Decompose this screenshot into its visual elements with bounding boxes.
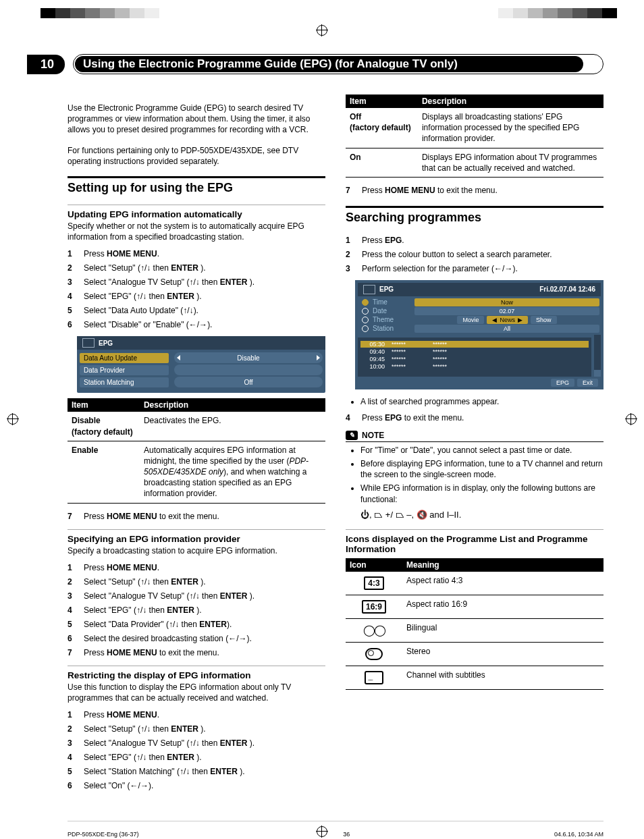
step-list-1: 1Press HOME MENU.2Select "Setup" (↑/↓ th… — [68, 248, 325, 331]
step-7b: 7Press HOME MENU to exit the menu. — [346, 184, 603, 196]
left-column: Use the Electronic Programme Guide (EPG)… — [68, 94, 325, 797]
table-header-desc: Description — [140, 398, 325, 412]
16:9-icon: 16:9 — [350, 599, 398, 615]
footer-right: 04.6.16, 10:34 AM — [554, 831, 603, 838]
step-item: 1Press HOME MENU. — [68, 709, 325, 721]
step-item: 4Select "EPG" (↑/↓ then ENTER ). — [68, 751, 325, 763]
right-column: Item Description Off (factory default)Di… — [346, 94, 603, 797]
scrollbar — [594, 335, 601, 377]
manual-page: 10 Using the Electronic Programme Guide … — [0, 0, 644, 839]
step-item: 4Select "EPG" (↑/↓ then ENTER ). — [68, 290, 325, 302]
tv-icon — [82, 338, 95, 348]
step-item: 4Select "EPG" (↑/↓ then ENTER ). — [68, 604, 325, 616]
step-item: 6Select "On" (←/→). — [68, 780, 325, 792]
step-item: 5Select "Data Auto Update" (↑/↓). — [68, 304, 325, 317]
page-footer: PDP-505XDE-Eng (36-37) 36 04.6.16, 10:34… — [68, 821, 603, 838]
subsection-desc: Specify whether or not the system is to … — [68, 221, 325, 242]
step-4b: 4Press EPG to exit the menu. — [346, 412, 603, 424]
subsection-heading: Specifying an EPG information provider — [68, 529, 325, 544]
step-item: 1Press HOME MENU. — [68, 248, 325, 260]
enable-disable-table: Item Description Disable (factory defaul… — [68, 398, 325, 503]
step-item: 6Select the desired broadcasting station… — [68, 632, 325, 645]
chapter-title: Using the Electronic Programme Guide (EP… — [75, 56, 583, 72]
footer-left: PDP-505XDE-Eng (36-37) — [68, 831, 139, 838]
functional-buttons-line: ⏻, ⏢ +/ ⏢ –, 🔇 and I–II. — [346, 510, 603, 520]
step-list-2: 1Press HOME MENU.2Select "Setup" (↑/↓ th… — [68, 562, 325, 659]
epg-footer-button-epg: EPG — [551, 379, 574, 387]
chapter-number: 10 — [27, 55, 65, 74]
subsection-desc: Specify a broadcasting station to acquir… — [68, 545, 325, 556]
step-item: 2Select "Setup" (↑/↓ then ENTER ). — [68, 723, 325, 735]
step-item: 3Select "Analogue TV Setup" (↑/↓ then EN… — [68, 276, 325, 288]
epg-settings-screenshot: EPG Data Auto UpdateDisableData Provider… — [77, 336, 325, 393]
epg-panel-title: EPG — [99, 340, 113, 347]
subtitle-icon — [350, 670, 398, 686]
tv-icon — [363, 285, 375, 294]
chapter-header: 10 Using the Electronic Programme Guide … — [68, 54, 603, 74]
step-item: 5Select "Station Matching" (↑/↓ then ENT… — [68, 765, 325, 778]
table-header-meaning: Meaning — [402, 558, 603, 572]
footer-mid: 36 — [343, 831, 350, 838]
note-icon: ✎ — [346, 431, 358, 440]
step-list-4: 1Press EPG.2Press the colour button to s… — [346, 234, 603, 275]
step-item: 3Perform selection for the parameter (←/… — [346, 263, 603, 275]
step-item: 2Select "Setup" (↑/↓ then ENTER ). — [68, 262, 325, 274]
step-item: 7Press HOME MENU to exit the menu. — [68, 647, 325, 659]
icon-meaning-table: Icon Meaning 4:3Aspect ratio 4:316:9Aspe… — [346, 558, 603, 690]
step-7a: 7Press HOME MENU to exit the menu. — [68, 510, 325, 522]
on-off-table: Item Description Off (factory default)Di… — [346, 94, 603, 178]
step-list-3: 1Press HOME MENU.2Select "Setup" (↑/↓ th… — [68, 709, 325, 792]
step-item: 3Select "Analogue TV Setup" (↑/↓ then EN… — [68, 590, 325, 602]
intro-text-1: Use the Electronic Programme Guide (EPG)… — [68, 103, 325, 136]
section-rule — [68, 176, 325, 178]
subsection-heading: Updating EPG information automatically — [68, 205, 325, 219]
step-item: 2Select "Setup" (↑/↓ then ENTER ). — [68, 576, 325, 588]
table-header-item: Item — [68, 398, 140, 412]
step-item: 5Select "Data Provider" (↑/↓ then ENTER)… — [68, 618, 325, 630]
subsection-heading: Restricting the display of EPG informati… — [68, 666, 325, 680]
table-header-desc: Description — [418, 94, 603, 108]
epg-search-screenshot: EPG Fri.02.07.04 12:46 TimeNowDate02.07T… — [355, 280, 603, 389]
step-item: 2Press the colour button to select a sea… — [346, 248, 603, 261]
note-bullets: For "Time" or "Date", you cannot select … — [346, 445, 603, 506]
section-heading: Searching programmes — [346, 211, 603, 225]
step-item: 1Press EPG. — [346, 234, 603, 246]
intro-text-2: For functions pertaining only to PDP-505… — [68, 145, 325, 167]
step-item: 3Select "Analogue TV Setup" (↑/↓ then EN… — [68, 737, 325, 749]
table-header-item: Item — [346, 94, 418, 108]
section-rule — [346, 206, 603, 208]
table-header-icon: Icon — [346, 558, 402, 572]
note-header: ✎ NOTE — [346, 431, 603, 442]
4:3-icon: 4:3 — [350, 575, 398, 591]
bilingual-icon: ◯◯ — [350, 622, 398, 639]
subsection-heading: Icons displayed on the Programme List an… — [346, 529, 603, 554]
epg-datetime: Fri.02.07.04 12:46 — [539, 286, 595, 293]
stereo-icon — [350, 646, 398, 662]
step-item: 1Press HOME MENU. — [68, 562, 325, 574]
step-item: 6Select "Disable" or "Enable" (←/→). — [68, 319, 325, 331]
subsection-desc: Use this function to display the EPG inf… — [68, 682, 325, 703]
epg-footer-button-exit: Exit — [577, 379, 598, 387]
search-result-bullet: A list of searched programmes appear. — [346, 396, 603, 408]
section-heading: Setting up for using the EPG — [68, 181, 325, 195]
